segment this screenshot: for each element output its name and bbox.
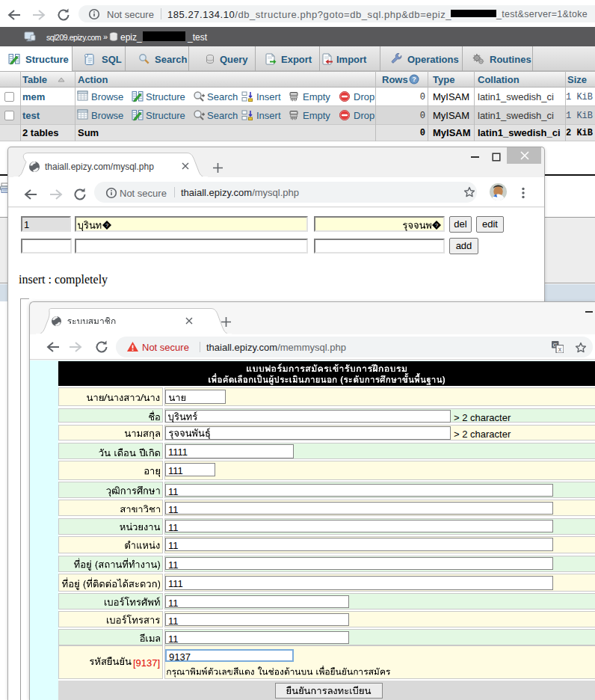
svg-text:?: ? [435, 222, 438, 229]
svg-text:?: ? [412, 76, 416, 83]
svg-text:?: ? [105, 222, 108, 229]
svg-text:x: x [558, 346, 562, 353]
